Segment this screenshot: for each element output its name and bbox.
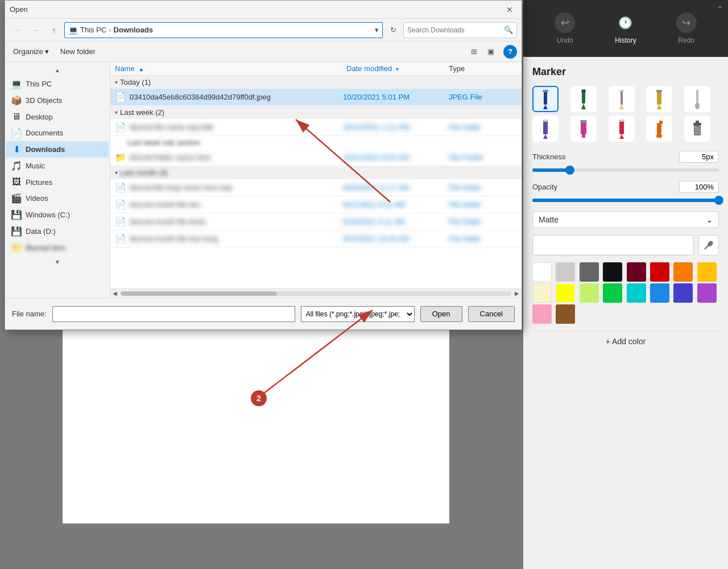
- file-row-jpeg[interactable]: 📄 03410da45eb8c60384d99d42d79ff0df.jpeg …: [110, 89, 522, 106]
- new-folder-button[interactable]: New folder: [57, 45, 99, 58]
- thickness-slider-track[interactable]: [532, 168, 719, 172]
- undo-button[interactable]: ↩ Undo: [545, 13, 585, 44]
- nav-item-pictures[interactable]: 🖼 Pictures: [6, 174, 109, 190]
- marker-tool-5[interactable]: [684, 86, 710, 112]
- swatch-cream[interactable]: [532, 283, 552, 303]
- swatch-blue[interactable]: [650, 283, 669, 303]
- opacity-value[interactable]: 100%: [679, 181, 719, 193]
- file-row-blurred-6[interactable]: 📄 blurred month file four long 9/12/2021…: [110, 230, 522, 248]
- marker-tool-8[interactable]: [609, 116, 635, 142]
- dialog-nav-toolbar: ← → ↑ 💻 This PC › Downloads ▾ ↻ 🔍: [5, 19, 522, 42]
- redo-icon: ↪: [676, 13, 697, 33]
- swatch-black[interactable]: [603, 262, 622, 282]
- opacity-slider-thumb[interactable]: [714, 196, 723, 205]
- marker-tool-10[interactable]: [684, 116, 710, 142]
- swatch-yellow[interactable]: [556, 283, 575, 303]
- dialog-close-button[interactable]: ✕: [502, 2, 517, 17]
- col-name-header[interactable]: Name ▲: [115, 64, 346, 73]
- matte-dropdown[interactable]: Matte ⌄: [532, 211, 719, 228]
- swatch-lightgray[interactable]: [556, 262, 575, 282]
- nav-item-downloads[interactable]: ⬇ Downloads: [6, 141, 109, 158]
- eyedropper-button[interactable]: [698, 235, 719, 255]
- group-today[interactable]: ▾ Today (1): [110, 76, 522, 89]
- back-button[interactable]: ←: [10, 22, 26, 38]
- open-button[interactable]: Open: [420, 306, 462, 322]
- this-pc-label: This PC: [26, 80, 52, 88]
- add-color-button[interactable]: + Add color: [532, 331, 719, 352]
- pictures-label: Pictures: [26, 178, 52, 187]
- swatch-pink[interactable]: [532, 304, 552, 324]
- col-date-header[interactable]: Date modified ▾: [346, 64, 449, 73]
- swatch-indigo[interactable]: [673, 283, 693, 303]
- swatch-brown[interactable]: [556, 304, 575, 324]
- windows-c-label: Windows (C:): [26, 211, 70, 219]
- swatch-cyan[interactable]: [627, 283, 646, 303]
- marker-tool-9[interactable]: [646, 116, 672, 142]
- nav-scroll-up[interactable]: ▲: [5, 64, 110, 76]
- nav-item-data-d[interactable]: 💾 Data (D:): [6, 223, 109, 240]
- marker-tool-1[interactable]: [532, 86, 559, 112]
- matte-label: Matte: [539, 215, 559, 224]
- file-row-blurred-2[interactable]: 📁 blurred folder name here 10/11/2021 9:…: [110, 149, 522, 166]
- up-button[interactable]: ↑: [46, 22, 62, 38]
- history-button[interactable]: 🕐 History: [606, 13, 646, 44]
- forward-button[interactable]: →: [28, 22, 44, 38]
- address-dropdown-icon[interactable]: ▾: [375, 26, 379, 34]
- scroll-left-button[interactable]: ◀: [110, 289, 119, 298]
- nav-item-this-pc[interactable]: 💻 This PC: [6, 76, 109, 92]
- file-row-blurred-5[interactable]: 📄 blurred month file three 9/18/2021 6:1…: [110, 213, 522, 230]
- nav-scroll-down[interactable]: ▼: [5, 256, 110, 267]
- marker-tool-3[interactable]: [609, 86, 635, 112]
- nav-item-windows-c[interactable]: 💾 Windows (C:): [6, 207, 109, 223]
- group-last-month[interactable]: ▾ Last month (3): [110, 166, 522, 179]
- thickness-slider-thumb[interactable]: [565, 166, 574, 175]
- add-color-label: + Add color: [606, 337, 646, 346]
- nav-item-documents[interactable]: 📄 Documents: [6, 125, 109, 141]
- group-last-week[interactable]: ▾ Last week (2): [110, 106, 522, 119]
- blurred-file-icon-3: 📄: [115, 182, 126, 193]
- swatch-gray[interactable]: [580, 262, 599, 282]
- opacity-slider-track[interactable]: [532, 199, 719, 202]
- swatch-amber[interactable]: [697, 262, 717, 282]
- scroll-right-button[interactable]: ▶: [512, 289, 522, 298]
- scroll-track[interactable]: [121, 291, 511, 296]
- cancel-button[interactable]: Cancel: [468, 306, 515, 322]
- thickness-value[interactable]: 5px: [679, 151, 719, 163]
- svg-rect-24: [659, 121, 663, 124]
- search-input[interactable]: [407, 26, 502, 34]
- blurred-file-name-5: blurred month file three: [130, 217, 340, 226]
- redo-button[interactable]: ↪ Redo: [667, 13, 706, 44]
- swatch-purple[interactable]: [697, 283, 717, 303]
- nav-item-3d-objects[interactable]: 📦 3D Objects: [6, 92, 109, 109]
- refresh-button[interactable]: ↻: [385, 22, 401, 38]
- col-type-header[interactable]: Type: [449, 64, 517, 73]
- marker-tool-4[interactable]: [646, 86, 672, 112]
- swatch-green[interactable]: [603, 283, 622, 303]
- help-button[interactable]: ?: [503, 45, 517, 59]
- nav-item-videos[interactable]: 🎬 Videos: [6, 190, 109, 207]
- marker-tool-6[interactable]: [532, 116, 559, 142]
- nav-item-blurred[interactable]: 📁 Blurred item: [6, 240, 109, 256]
- file-row-blurred-4[interactable]: 📄 blurred month file two 9/21/2021 8:22 …: [110, 196, 522, 213]
- svg-rect-6: [621, 90, 623, 105]
- collapse-button[interactable]: ⌃: [717, 5, 723, 14]
- filename-input[interactable]: [52, 306, 295, 322]
- marker-tool-7[interactable]: [570, 116, 597, 142]
- filetype-select[interactable]: All files (*.png;*.jpg;*.jpeg;*.jpe;: [301, 306, 415, 322]
- address-bar[interactable]: 💻 This PC › Downloads ▾: [64, 22, 383, 38]
- nav-item-music[interactable]: 🎵 Music: [6, 158, 109, 174]
- file-row-blurred-1[interactable]: 📄 blurred file name aaa bbb 10/14/2021 1…: [110, 119, 522, 136]
- swatch-lime[interactable]: [580, 283, 599, 303]
- organize-button[interactable]: Organize ▾: [10, 45, 52, 58]
- swatch-darkred[interactable]: [627, 262, 646, 282]
- swatch-white[interactable]: [532, 262, 552, 282]
- swatch-orange[interactable]: [673, 262, 693, 282]
- file-row-blurred-3[interactable]: 📄 blurred file long name here aaa 9/29/2…: [110, 179, 522, 196]
- color-preview[interactable]: [532, 235, 694, 255]
- svg-point-5: [581, 89, 586, 93]
- view-preview-button[interactable]: ▣: [483, 44, 499, 60]
- nav-item-desktop[interactable]: 🖥 Desktop: [6, 109, 109, 125]
- marker-tool-2[interactable]: [570, 86, 597, 112]
- swatch-red[interactable]: [650, 262, 669, 282]
- view-list-button[interactable]: ⊞: [466, 44, 482, 60]
